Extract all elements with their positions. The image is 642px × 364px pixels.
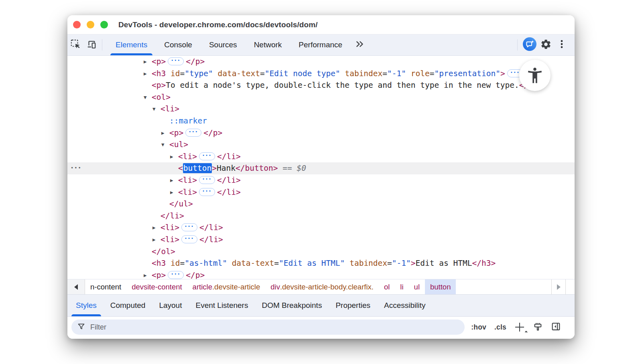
new-style-rule-button[interactable] xyxy=(514,322,525,332)
expand-arrow-icon[interactable] xyxy=(144,68,152,80)
breadcrumb-item[interactable]: devsite-content xyxy=(126,279,187,294)
collapsed-content-button[interactable] xyxy=(185,129,201,137)
sidebar-tab-properties[interactable]: Properties xyxy=(329,295,377,316)
dom-node-row[interactable]: <ul> xyxy=(67,139,575,151)
collapsed-content-button[interactable] xyxy=(181,223,197,231)
dom-token-val: "type" xyxy=(185,69,213,78)
tab-sources[interactable]: Sources xyxy=(201,34,246,55)
dom-node-row[interactable]: </li> xyxy=(67,210,575,222)
dom-token-tag: > xyxy=(212,164,217,173)
element-classes-button[interactable]: .cls xyxy=(494,323,506,332)
collapsed-content-button[interactable] xyxy=(199,188,215,196)
close-button[interactable] xyxy=(73,21,81,28)
expand-arrow-icon[interactable] xyxy=(144,91,152,103)
dom-token-attr: data-text xyxy=(213,69,260,78)
expand-arrow-icon[interactable] xyxy=(170,151,178,163)
breadcrumb-item[interactable]: li xyxy=(395,279,408,294)
tab-network[interactable]: Network xyxy=(246,34,291,55)
dom-node-row[interactable]: <li></li> xyxy=(67,222,575,234)
expand-arrow-icon[interactable] xyxy=(144,269,152,279)
sidebar-tab-layout[interactable]: Layout xyxy=(152,295,189,316)
dom-token-tag: </li> xyxy=(199,223,223,232)
node-overflow-dots-icon[interactable]: ••• xyxy=(71,162,82,174)
breadcrumb-scroll-left-button[interactable] xyxy=(67,279,85,294)
dom-node-row[interactable]: ::marker xyxy=(67,115,575,127)
dock-sidebar-icon xyxy=(551,322,561,333)
ai-assistant-button[interactable] xyxy=(522,37,538,53)
crumb-part-cls: .devsite-article-body.clearfix. xyxy=(280,283,374,291)
tab-performance[interactable]: Performance xyxy=(290,34,351,55)
dom-token-tag: <li> xyxy=(178,188,197,197)
expand-arrow-icon[interactable] xyxy=(152,103,160,115)
filter-input[interactable] xyxy=(89,323,459,332)
dom-token-tag: > xyxy=(411,259,416,268)
main-menu-button[interactable] xyxy=(554,39,570,51)
dom-node-row[interactable]: <li></li> xyxy=(67,174,575,186)
dom-token-text: Edit as HTML xyxy=(416,259,472,268)
crumb-part-tag: ol xyxy=(384,283,390,291)
crumb-part-cls: .devsite-article xyxy=(212,283,260,291)
expand-arrow-icon[interactable] xyxy=(161,139,169,151)
breadcrumb-item[interactable]: n-content xyxy=(85,279,126,294)
breadcrumb-scroll-right-button[interactable] xyxy=(551,279,566,294)
dom-node-row[interactable]: <p></p> xyxy=(67,56,575,68)
dom-node-row[interactable]: </ol> xyxy=(67,246,575,258)
device-toolbar-button[interactable] xyxy=(83,34,100,55)
collapsed-content-button[interactable] xyxy=(181,235,197,243)
sidebar-tab-label: DOM Breakpoints xyxy=(262,301,322,310)
dom-node-row[interactable]: <p></p> xyxy=(67,127,575,139)
chevron-left-icon xyxy=(74,284,78,290)
dom-token-val: "presentation" xyxy=(435,69,500,78)
dom-node-row[interactable]: <li></li> xyxy=(67,186,575,198)
tab-label: Performance xyxy=(299,40,342,49)
rendering-emulations-button[interactable] xyxy=(533,322,543,333)
inspect-element-button[interactable] xyxy=(67,34,83,55)
settings-button[interactable] xyxy=(538,38,554,52)
sidebar-tab-event-listeners[interactable]: Event Listeners xyxy=(189,295,255,316)
dom-node-row[interactable]: <p></p> xyxy=(67,269,575,279)
dom-node-row[interactable]: <h3 id="type" data-text="Edit node type"… xyxy=(67,68,575,80)
dom-token-attr: role xyxy=(406,69,430,78)
tab-console[interactable]: Console xyxy=(156,34,201,55)
breadcrumb-item[interactable]: ul xyxy=(409,279,425,294)
device-toolbar-icon xyxy=(86,39,97,51)
sidebar-tab-accessibility[interactable]: Accessibility xyxy=(377,295,432,316)
expand-arrow-icon[interactable] xyxy=(144,56,152,68)
breadcrumb-item[interactable]: div.devsite-article-body.clearfix. xyxy=(265,279,379,294)
dom-token-tag: <li> xyxy=(160,223,179,232)
breadcrumb-item[interactable]: article.devsite-article xyxy=(187,279,266,294)
sidebar-tab-styles[interactable]: Styles xyxy=(69,295,104,316)
devtools-toolbar: ElementsConsoleSourcesNetworkPerformance xyxy=(67,34,575,56)
expand-arrow-icon[interactable] xyxy=(170,174,178,186)
minimize-button[interactable] xyxy=(87,21,94,28)
dom-node-row[interactable]: <li></li> xyxy=(67,151,575,163)
dom-node-row[interactable]: <h3 id="as-html" data-text="Edit as HTML… xyxy=(67,257,575,269)
toggle-sidebar-button[interactable] xyxy=(551,322,561,333)
expand-arrow-icon[interactable] xyxy=(161,127,169,139)
collapsed-content-button[interactable] xyxy=(168,57,184,65)
collapsed-content-button[interactable] xyxy=(199,176,215,184)
tab-elements[interactable]: Elements xyxy=(107,34,156,55)
dom-node-row[interactable]: <li> xyxy=(67,103,575,115)
dom-token-tag: </li> xyxy=(217,152,241,161)
styles-pane-toolbar: :hov .cls xyxy=(67,317,575,338)
breadcrumb-item[interactable]: ol xyxy=(379,279,395,294)
expand-arrow-icon[interactable] xyxy=(152,234,160,246)
dom-node-row[interactable]: </ul> xyxy=(67,198,575,210)
dom-node-row[interactable]: <ol> xyxy=(67,91,575,103)
dom-token-tag: <h3 xyxy=(152,69,166,78)
breadcrumb-item[interactable]: button xyxy=(425,279,456,294)
collapsed-content-button[interactable] xyxy=(168,271,184,279)
zoom-button[interactable] xyxy=(100,21,108,28)
dom-node-row-selected[interactable]: •••<button>Hank</button> == $0 xyxy=(67,162,575,174)
dom-token-pun: = xyxy=(387,259,392,268)
dom-node-row[interactable]: <p>To edit a node's type, double-click t… xyxy=(67,79,575,91)
collapsed-content-button[interactable] xyxy=(199,152,215,160)
more-tabs-button[interactable] xyxy=(351,34,369,55)
sidebar-tab-computed[interactable]: Computed xyxy=(104,295,152,316)
sidebar-tab-dom-breakpoints[interactable]: DOM Breakpoints xyxy=(255,295,329,316)
expand-arrow-icon[interactable] xyxy=(170,186,178,198)
dom-node-row[interactable]: <li></li> xyxy=(67,234,575,246)
expand-arrow-icon[interactable] xyxy=(152,222,160,234)
toggle-element-state-button[interactable]: :hov xyxy=(471,323,486,332)
